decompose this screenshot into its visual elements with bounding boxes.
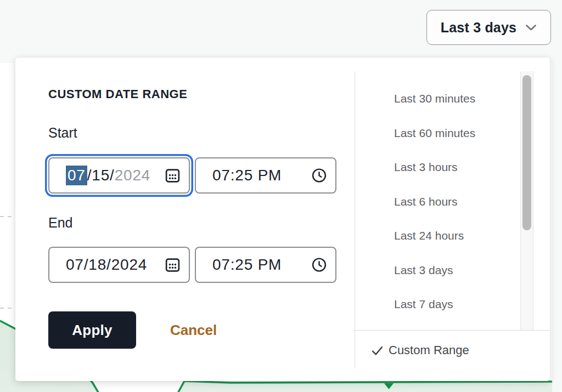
preset-item-last-24-hours[interactable]: Last 24 hours [355, 219, 520, 253]
start-date-day-segment[interactable]: 15 [92, 167, 110, 184]
preset-list: Last 30 minutes Last 60 minutes Last 3 h… [355, 82, 520, 322]
horizontal-divider [353, 330, 550, 331]
time-range-label: Last 3 days [441, 20, 516, 36]
end-time-input[interactable]: 07:25 PM [195, 247, 336, 283]
check-icon [371, 344, 384, 357]
end-label: End [48, 214, 72, 231]
preset-item-last-3-hours[interactable]: Last 3 hours [355, 150, 520, 185]
date-separator: / [87, 167, 92, 184]
clock-icon[interactable] [311, 167, 328, 184]
chevron-down-icon [525, 24, 537, 31]
calendar-icon[interactable] [164, 167, 181, 184]
start-time-input[interactable]: 07:25 PM [195, 157, 336, 194]
start-date-year-segment[interactable]: 2024 [115, 167, 151, 184]
time-range-picker-button[interactable]: Last 3 days [426, 10, 551, 45]
preset-list-scrollbar-thumb[interactable] [522, 75, 531, 230]
cancel-button[interactable]: Cancel [170, 322, 217, 339]
preset-item-last-30-minutes[interactable]: Last 30 minutes [355, 82, 520, 116]
custom-range-label: Custom Range [389, 343, 469, 357]
end-date-value: 07/18/2024 [66, 256, 147, 274]
time-range-popover: CUSTOM DATE RANGE Start 07/15/2024 07:25… [15, 58, 550, 381]
preset-list-scrollbar-track[interactable] [520, 71, 533, 330]
end-time-value: 07:25 PM [212, 256, 282, 274]
date-separator: / [110, 167, 115, 184]
apply-button[interactable]: Apply [48, 311, 136, 349]
start-date-month-segment-selected[interactable]: 07 [66, 166, 87, 185]
clock-icon[interactable] [311, 257, 328, 274]
preset-item-custom-range-selected[interactable]: Custom Range [355, 333, 550, 367]
preset-item-last-6-hours[interactable]: Last 6 hours [355, 185, 520, 219]
custom-date-range-heading: CUSTOM DATE RANGE [48, 87, 187, 101]
start-label: Start [48, 124, 77, 141]
preset-item-last-60-minutes[interactable]: Last 60 minutes [355, 116, 520, 151]
preset-item-last-7-days[interactable]: Last 7 days [355, 287, 520, 322]
preset-item-last-3-days[interactable]: Last 3 days [355, 253, 520, 288]
calendar-icon[interactable] [164, 257, 181, 274]
end-date-input[interactable]: 07/18/2024 [48, 247, 190, 283]
start-date-input[interactable]: 07/15/2024 [48, 157, 190, 194]
start-time-value: 07:25 PM [212, 167, 282, 184]
